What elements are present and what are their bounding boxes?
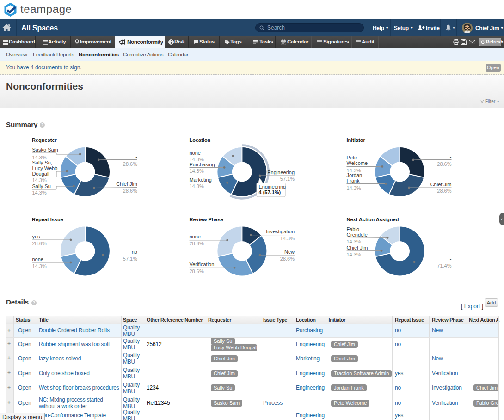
svg-text:Sasko Sam: Sasko Sam [32, 147, 58, 152]
svg-text:none: none [32, 256, 43, 262]
svg-text:14.3%: 14.3% [190, 183, 204, 189]
svg-text:14.3%: 14.3% [347, 252, 361, 257]
svg-text:Frank: Frank [347, 178, 360, 183]
svg-text:28.6%: 28.6% [123, 188, 137, 194]
svg-text:Jordan: Jordan [347, 172, 363, 178]
svg-text:Review Phase: Review Phase [190, 217, 223, 222]
svg-text:28.6%: 28.6% [123, 161, 137, 167]
svg-text:28.6%: 28.6% [437, 161, 451, 167]
svg-text:Sally Su,: Sally Su, [32, 160, 52, 165]
svg-text:Chief Jim: Chief Jim [430, 182, 452, 187]
svg-text:-: - [450, 154, 452, 159]
svg-text:Fabio: Fabio [347, 226, 360, 232]
svg-text:28.6%: 28.6% [437, 188, 451, 194]
svg-text:Lucy Webb: Lucy Webb [32, 165, 58, 171]
svg-text:Pete: Pete [347, 155, 357, 160]
svg-text:14.3%: 14.3% [280, 236, 295, 241]
svg-text:New: New [284, 249, 295, 255]
svg-text:Chief Jim: Chief Jim [347, 245, 368, 250]
svg-text:Requester: Requester [32, 137, 57, 143]
svg-text:Repeat Issue: Repeat Issue [32, 217, 63, 222]
svg-text:14.3%: 14.3% [32, 263, 47, 269]
svg-text:57.1%: 57.1% [280, 176, 295, 182]
svg-text:yes: yes [32, 234, 41, 239]
svg-text:71.4%: 71.4% [437, 263, 451, 268]
svg-text:Engineering: Engineering [259, 184, 286, 189]
svg-text:Engineering: Engineering [267, 170, 295, 175]
svg-text:Purchasing: Purchasing [190, 162, 215, 167]
svg-text:no: no [132, 249, 137, 255]
svg-text:28.6%: 28.6% [280, 256, 295, 262]
svg-text:-: - [135, 154, 137, 159]
svg-text:4 (57.1%): 4 (57.1%) [259, 189, 281, 195]
svg-text:14.3%: 14.3% [32, 177, 47, 183]
svg-text:Chief Jim: Chief Jim [116, 181, 137, 187]
svg-text:14.3%: 14.3% [347, 185, 361, 191]
svg-text:57.1%: 57.1% [123, 256, 137, 262]
svg-text:Dougall: Dougall [32, 171, 49, 177]
svg-text:14.3%: 14.3% [32, 190, 47, 195]
svg-text:28.6%: 28.6% [190, 268, 204, 274]
svg-text:Grendele: Grendele [347, 232, 368, 237]
svg-text:Verification: Verification [190, 262, 215, 267]
svg-text:Sally Su: Sally Su [32, 183, 51, 189]
svg-text:Welcome: Welcome [347, 160, 368, 166]
svg-text:Marketing: Marketing [190, 177, 212, 183]
svg-text:-: - [450, 256, 452, 262]
svg-text:28.6%: 28.6% [190, 241, 204, 246]
svg-text:Investigation: Investigation [266, 229, 295, 234]
svg-text:none: none [190, 150, 201, 156]
svg-text:none: none [190, 234, 201, 239]
svg-text:14.3%: 14.3% [190, 168, 204, 174]
svg-text:Location: Location [190, 137, 211, 143]
svg-text:14.3%: 14.3% [347, 239, 361, 244]
svg-text:Initiator: Initiator [347, 137, 366, 143]
svg-text:28.6%: 28.6% [32, 241, 47, 246]
svg-text:Next Action Assigned: Next Action Assigned [347, 217, 399, 222]
